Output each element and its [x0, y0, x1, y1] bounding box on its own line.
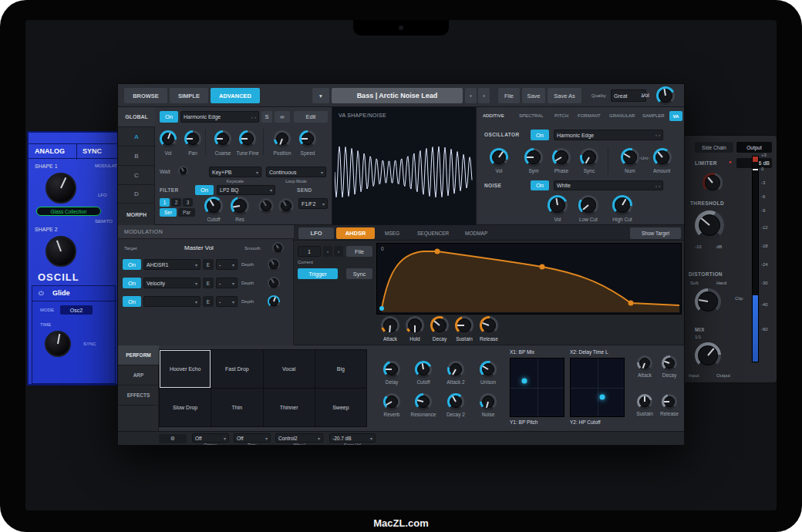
- amp-release-knob[interactable]: [662, 394, 677, 409]
- tab-effects[interactable]: EFFECTS: [118, 386, 159, 406]
- keyscale-select[interactable]: Key+PB▾: [209, 167, 261, 177]
- oscillator-on-toggle[interactable]: On: [531, 130, 549, 140]
- mod-row1-on[interactable]: On: [123, 259, 141, 270]
- env-hold-handle[interactable]: [435, 249, 440, 254]
- master-vol-knob[interactable]: [656, 86, 675, 105]
- env-start-handle[interactable]: [379, 306, 384, 311]
- osc-phase-knob[interactable]: [552, 148, 571, 167]
- wavetable-select[interactable]: Harmonic Edge ‹›: [180, 111, 259, 123]
- chevron-left-icon[interactable]: ‹: [655, 184, 657, 188]
- amp-decay-knob[interactable]: [662, 355, 677, 371]
- envelope-editor[interactable]: 0: [376, 243, 682, 315]
- wheel-select[interactable]: Control2▾: [275, 433, 323, 443]
- tab-va[interactable]: VA: [669, 111, 682, 121]
- filter-parallel-button[interactable]: Par: [178, 208, 195, 217]
- mod-row3-depth-knob[interactable]: [268, 295, 280, 308]
- filter-serial-button[interactable]: Ser: [160, 208, 177, 217]
- tab-sampler[interactable]: SAMPLER: [642, 113, 665, 118]
- pad-big[interactable]: Big: [315, 350, 366, 388]
- tab-granular[interactable]: GRANULAR: [609, 113, 635, 118]
- filter-aux-knob-1[interactable]: [258, 198, 274, 214]
- mod-row1-curve[interactable]: -▾: [216, 259, 238, 270]
- resonance-knob[interactable]: [415, 393, 432, 410]
- mode-value[interactable]: Osc2: [60, 305, 93, 315]
- mod-row3-edit[interactable]: E: [203, 296, 214, 307]
- chevron-right-icon[interactable]: ›: [659, 184, 660, 188]
- threshold-knob[interactable]: [695, 210, 724, 240]
- env-decay-handle[interactable]: [540, 264, 545, 270]
- tab-mseg[interactable]: MSEG: [385, 231, 399, 236]
- xy-pad-2[interactable]: [570, 358, 625, 417]
- wavetable-name-badge[interactable]: Glass Collection: [36, 207, 101, 216]
- tab-layer-a[interactable]: A: [118, 127, 155, 146]
- file-button[interactable]: File: [498, 88, 520, 103]
- mod-row3-curve[interactable]: -▾: [216, 296, 238, 307]
- loop-mode-select[interactable]: Continuous▾: [266, 167, 326, 177]
- filter-slot-1[interactable]: 1: [160, 198, 170, 207]
- reverb-knob[interactable]: [383, 393, 400, 410]
- env-release-knob[interactable]: [480, 316, 498, 335]
- env-index-display[interactable]: 1: [298, 246, 321, 257]
- decay2-knob[interactable]: [447, 393, 464, 410]
- pad-hoover-echo[interactable]: Hoover Echo: [160, 350, 211, 388]
- link-button[interactable]: ∞: [275, 111, 290, 123]
- amp-attack-knob[interactable]: [637, 355, 652, 371]
- env-release-handle[interactable]: [628, 301, 634, 306]
- tab-layer-c[interactable]: C: [118, 166, 155, 185]
- coarse-knob[interactable]: [214, 130, 231, 147]
- oscillator-type-select[interactable]: Harmonic Edge ‹›: [554, 130, 663, 140]
- tune-fine-knob[interactable]: [239, 130, 256, 147]
- mod-row2-on[interactable]: On: [123, 278, 141, 288]
- mod-row3-source[interactable]: ▾: [143, 296, 200, 307]
- noise-vol-knob[interactable]: [548, 195, 568, 215]
- preset-menu-button[interactable]: ▾: [312, 88, 329, 103]
- osc-amount-knob[interactable]: [653, 148, 672, 167]
- vol-knob[interactable]: [160, 130, 177, 147]
- pad-thinner[interactable]: Thinner: [264, 389, 315, 426]
- solo-button[interactable]: S: [261, 111, 272, 123]
- tab-sequencer[interactable]: SEQUENCER: [417, 231, 449, 236]
- power-icon[interactable]: ⏻: [39, 290, 43, 298]
- pad-sweep[interactable]: Sweep: [315, 389, 366, 426]
- tab-global[interactable]: GLOBAL: [118, 107, 155, 127]
- chevron-left-icon[interactable]: ‹: [655, 133, 657, 137]
- shape2-knob[interactable]: [45, 236, 76, 267]
- xy-pad-1[interactable]: [510, 358, 564, 417]
- pad-thin[interactable]: Thin: [211, 389, 262, 426]
- noise-amt-knob[interactable]: [480, 393, 497, 410]
- osc-sync-knob[interactable]: [580, 148, 598, 167]
- browse-button[interactable]: BROWSE: [124, 88, 167, 103]
- tab-formant[interactable]: FORMANT: [578, 113, 601, 118]
- cutoff-knob[interactable]: [204, 197, 223, 215]
- speed-knob[interactable]: [299, 130, 316, 147]
- noise-on-toggle[interactable]: On: [531, 180, 549, 190]
- env-decay-knob[interactable]: [430, 316, 449, 335]
- mod-row2-edit[interactable]: E: [203, 278, 214, 288]
- tab-arp[interactable]: ARP: [118, 365, 159, 386]
- osc-vol-knob[interactable]: [490, 148, 508, 167]
- tab-lfo[interactable]: LFO: [298, 227, 334, 239]
- save-button[interactable]: Save: [522, 88, 545, 103]
- send-dest-select[interactable]: F1/F2▾: [298, 198, 328, 209]
- xy2-handle[interactable]: [600, 394, 605, 399]
- time-knob[interactable]: [45, 331, 71, 357]
- tab-modmap[interactable]: MODMAP: [465, 231, 487, 236]
- tab-morph[interactable]: MORPH: [118, 204, 155, 225]
- save-as-button[interactable]: Save As: [548, 88, 581, 103]
- settings-button[interactable]: ⚙: [159, 434, 187, 443]
- tab-layer-d[interactable]: D: [118, 185, 155, 204]
- osc-sym-knob[interactable]: [524, 148, 543, 167]
- show-target-button[interactable]: Show Target: [630, 227, 681, 239]
- advanced-button[interactable]: ADVANCED: [211, 88, 260, 103]
- attack2-knob[interactable]: [447, 361, 464, 378]
- tab-additive[interactable]: ADDITIVE: [483, 113, 504, 118]
- env-sustain-knob[interactable]: [455, 316, 473, 335]
- mod-row1-source[interactable]: AHDSR1▾: [143, 259, 200, 270]
- tab-perform[interactable]: PERFORM: [118, 345, 159, 365]
- noise-lowcut-knob[interactable]: [578, 195, 598, 215]
- noise-highcut-knob[interactable]: [612, 195, 632, 215]
- chevron-right-icon[interactable]: ›: [254, 115, 256, 120]
- preset-name-display[interactable]: Bass | Arctic Noise Lead: [332, 88, 463, 103]
- filter-on-toggle[interactable]: On: [195, 185, 214, 195]
- delay-knob[interactable]: [383, 361, 400, 378]
